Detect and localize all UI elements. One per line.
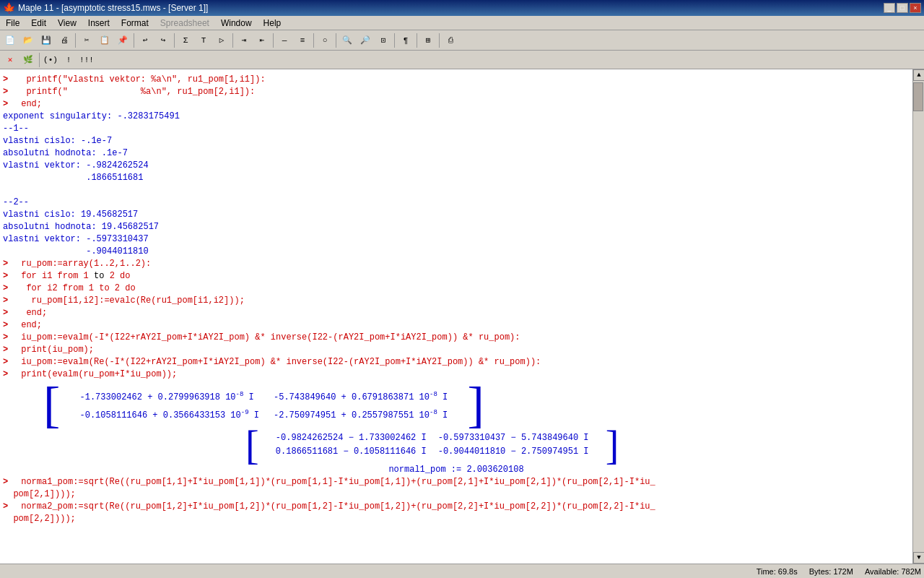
print-button[interactable]: 🖨 — [56, 33, 73, 48]
code-8: end; — [16, 307, 47, 319]
titlebar-title: Maple 11 - [asymptotic stress15.mws - [S… — [18, 3, 208, 13]
menu-file[interactable]: File — [0, 16, 25, 30]
scroll-track[interactable] — [913, 81, 924, 552]
prompt-6: > — [3, 282, 16, 295]
titlebar-controls[interactable]: _ □ × — [884, 3, 921, 13]
code-line-14b: pom[2,1]))); — [0, 488, 912, 501]
scroll-down-button[interactable]: ▼ — [913, 552, 924, 564]
zoom-out-button[interactable]: 🔍 — [339, 33, 356, 48]
new-button[interactable]: 📄 — [1, 33, 19, 48]
multi-excl-button[interactable]: !!! — [78, 52, 95, 68]
para-button[interactable]: ¶ — [397, 33, 414, 48]
scroll-area[interactable]: > printf("vlastni vektor: %a\n", ru1_pom… — [0, 69, 912, 564]
close-button[interactable]: × — [910, 3, 921, 13]
menu-insert[interactable]: Insert — [82, 16, 116, 30]
paren-button[interactable]: (•) — [42, 52, 59, 68]
normal1-result: normal1_pom := 2.003620108 — [388, 464, 523, 476]
undo-button[interactable]: ↩ — [136, 33, 154, 48]
prompt-14: > — [3, 476, 16, 488]
out-text-5: vlastni vektor: -.9824262524 — [3, 160, 149, 172]
code-line-14: > norma1_pom:=sqrt(Re((ru_pom[1,1]+I*iu_… — [0, 476, 912, 488]
text-button[interactable]: T — [195, 33, 212, 48]
matrix1-r1c1: -1.733002462 + 0.2799963918 10-8 I — [80, 389, 259, 404]
circle-button[interactable]: ○ — [316, 33, 334, 48]
prompt-7: > — [3, 295, 16, 307]
indent-button[interactable]: ⇥ — [235, 33, 253, 48]
code-11: print(iu_pom); — [16, 344, 94, 356]
line-3: > end; — [0, 98, 912, 111]
matrix2-row1: -0.9824262524 − 1.733002462 I -0.5973310… — [276, 432, 589, 444]
menu-edit[interactable]: Edit — [25, 16, 52, 30]
scroll-up-button[interactable]: ▲ — [913, 69, 924, 81]
scroll-thumb[interactable] — [913, 82, 923, 111]
out-text-3: vlastni cislo: -.1e-7 — [3, 135, 112, 147]
matrix1-right-bracket: ] — [467, 377, 484, 433]
sep-line-button[interactable]: — — [276, 33, 293, 48]
paste-button[interactable]: 📌 — [114, 33, 131, 48]
sep10 — [439, 33, 440, 48]
code-line-5: > for i1 from 1 to 2 do — [0, 270, 912, 282]
plot-button[interactable]: ▷ — [213, 33, 230, 48]
redo-button[interactable]: ↪ — [154, 33, 172, 48]
out-10: absolutni hodnota: 19.45682517 — [0, 221, 912, 233]
code-line-15b: pom[2,2]))); — [0, 513, 912, 525]
code-line-12: > iu_pom:=evalm(Re(-I*(I22+rAY2I_pom+I*i… — [0, 356, 912, 368]
prompt-8: > — [3, 307, 16, 319]
out-12: -.9044011810 — [0, 246, 912, 258]
out-text-11: vlastni vektor: -.5973310437 — [3, 233, 149, 246]
code-7: ru_pom[i1,i2]:=evalc(Re(ru1_pom[i1,i2]))… — [16, 295, 245, 307]
status-available: Available: 782M — [865, 567, 921, 576]
titlebar: 🍁 Maple 11 - [asymptotic stress15.mws - … — [0, 0, 924, 16]
outdent-button[interactable]: ⇤ — [253, 33, 271, 48]
matrix2-r2c2: -0.9044011810 − 2.750974951 I — [438, 446, 589, 458]
code-14: norma1_pom:=sqrt(Re((ru_pom[1,1]+I*iu_po… — [16, 476, 655, 488]
code-2: printf(" %a\n", ru1_pom[2,i1]): — [16, 86, 255, 98]
status-time: Time: 69.8s — [757, 567, 798, 576]
matrix1-r2c2: -2.750974951 + 0.2557987551 10-8 I — [274, 407, 448, 422]
available-value: 782M — [901, 567, 921, 576]
out-text-7 — [3, 184, 8, 197]
excl-button[interactable]: ! — [60, 52, 77, 68]
copy-button[interactable]: 📋 — [96, 33, 113, 48]
menu-help[interactable]: Help — [258, 16, 287, 30]
code-line-7: > ru_pom[i1,i2]:=evalc(Re(ru1_pom[i1,i2]… — [0, 295, 912, 307]
zoom-in-button[interactable]: 🔎 — [357, 33, 374, 48]
code-15: norma2_pom:=sqrt(Re((ru_pom[1,2]+I*iu_po… — [16, 501, 655, 513]
prompt-3: > — [3, 98, 16, 111]
menu-window[interactable]: Window — [215, 16, 258, 30]
prompt-15: > — [3, 501, 16, 513]
toolbar1: 📄 📂 💾 🖨 ✂ 📋 📌 ↩ ↪ Σ T ▷ ⇥ ⇤ — ≡ ○ 🔍 🔎 ⊡ … — [0, 30, 924, 51]
scrollbar-vertical[interactable]: ▲ ▼ — [912, 69, 924, 564]
cut-button[interactable]: ✂ — [78, 33, 95, 48]
share-button[interactable]: ⎙ — [442, 33, 459, 48]
out-7 — [0, 184, 912, 197]
sum-button[interactable]: Σ — [177, 33, 194, 48]
out-11: vlastni vektor: -.5973310437 — [0, 233, 912, 246]
menu-spreadsheet[interactable]: Spreadsheet — [154, 16, 215, 30]
menubar: File Edit View Insert Format Spreadsheet… — [0, 16, 924, 30]
sep-line2-button[interactable]: ≡ — [294, 33, 311, 48]
exec-button[interactable]: 🌿 — [19, 52, 37, 68]
zoom-reset-button[interactable]: ⊡ — [375, 33, 392, 48]
matrix1-r2c1: -0.1058111646 + 0.3566433153 10-9 I — [80, 407, 259, 422]
prompt-12: > — [3, 356, 16, 368]
out-text-4: absolutni hodnota: .1e-7 — [3, 147, 128, 160]
minimize-button[interactable]: _ — [884, 3, 895, 13]
menu-view[interactable]: View — [52, 16, 82, 30]
expand-button[interactable]: ⊞ — [419, 33, 437, 48]
menu-format[interactable]: Format — [116, 16, 154, 30]
matrix2-table: -0.9824262524 − 1.733002462 I -0.5973310… — [264, 431, 601, 460]
matrix1-table: -1.733002462 + 0.2799963918 10-8 I -5.74… — [66, 386, 463, 425]
matrix2-r1c1: -0.9824262524 − 1.733002462 I — [276, 432, 427, 444]
save-button[interactable]: 💾 — [38, 33, 55, 48]
code-1: printf("vlastni vektor: %a\n", ru1_pom[1… — [16, 74, 266, 86]
code-9: end; — [16, 319, 42, 332]
titlebar-left: 🍁 Maple 11 - [asymptotic stress15.mws - … — [3, 2, 208, 14]
stop-button[interactable]: ✕ — [1, 52, 19, 68]
out-text-8: --2-- — [3, 197, 29, 209]
matrix2-r2c1: 0.1866511681 − 0.1058111646 I — [276, 446, 427, 458]
content-area: > printf("vlastni vektor: %a\n", ru1_pom… — [0, 72, 912, 527]
restore-button[interactable]: □ — [897, 3, 908, 13]
open-button[interactable]: 📂 — [19, 33, 37, 48]
code-line-4: > ru_pom:=array(1..2,1..2): — [0, 258, 912, 270]
